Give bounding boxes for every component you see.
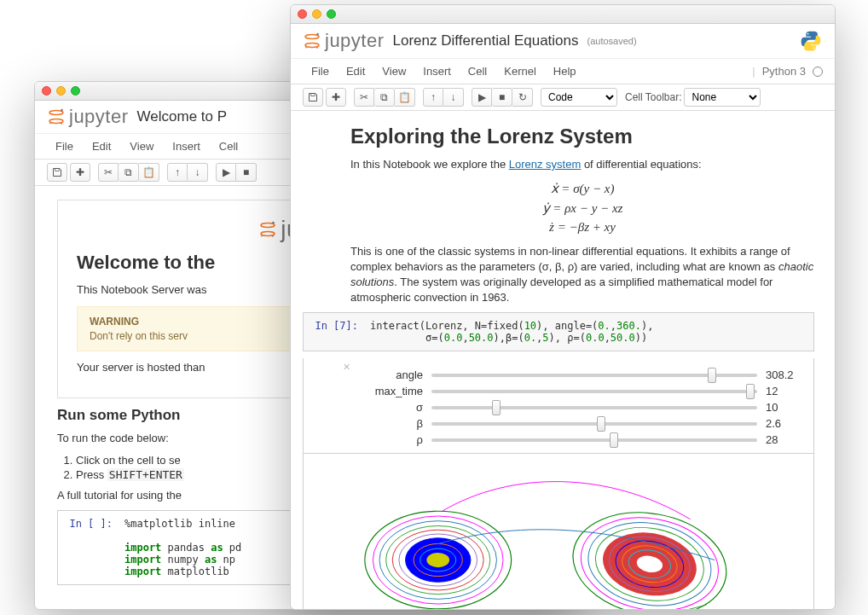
menu-insert[interactable]: Insert — [414, 62, 460, 80]
menu-file[interactable]: File — [303, 62, 338, 80]
front-code-cell[interactable]: In [7]: interact(Lorenz, N=fixed(10), an… — [303, 312, 814, 351]
restart-button[interactable]: ↻ — [512, 88, 533, 107]
back-prompt: In [ ]: — [58, 511, 118, 584]
jupyter-logo: jupyter — [47, 106, 129, 128]
slider-track[interactable] — [431, 374, 757, 377]
front-p1: In this Notebook we explore the Lorenz s… — [350, 157, 814, 172]
menu-view[interactable]: View — [373, 62, 414, 80]
svg-point-4 — [61, 123, 62, 125]
run-button[interactable]: ▶ — [472, 88, 492, 107]
paste-button[interactable]: 📋 — [395, 88, 415, 107]
kernel-indicator: | Python 3 — [752, 65, 823, 78]
copy-button[interactable]: ⧉ — [374, 88, 395, 107]
move-up-button[interactable]: ↑ — [167, 163, 188, 182]
close-icon[interactable] — [298, 9, 307, 19]
menu-kernel[interactable]: Kernel — [495, 62, 545, 80]
notebook-title-back[interactable]: Welcome to P — [137, 108, 228, 125]
jupyter-logo-text: jupyter — [69, 106, 129, 128]
celltype-select[interactable]: Code — [541, 88, 617, 107]
menubar-front: FileEditViewInsertCellKernelHelp | Pytho… — [291, 59, 835, 84]
save-button[interactable] — [47, 163, 67, 182]
svg-point-11 — [305, 35, 319, 39]
titlebar-front — [291, 5, 835, 24]
save-button[interactable] — [303, 88, 323, 107]
slider-row-ρ: ρ28 — [363, 433, 803, 446]
cut-button[interactable]: ✂ — [354, 88, 374, 107]
slider-label: β — [363, 417, 423, 430]
svg-point-28 — [426, 553, 449, 567]
move-up-button[interactable]: ↑ — [423, 88, 443, 107]
svg-point-14 — [305, 47, 307, 49]
svg-point-2 — [61, 109, 63, 112]
maximize-icon[interactable] — [327, 9, 336, 19]
slider-track[interactable] — [431, 438, 757, 442]
widgets-output: ✕ angle308.2max_time12σ10β2.6ρ28 — [303, 358, 814, 454]
close-output-icon[interactable]: ✕ — [343, 362, 350, 373]
cut-button[interactable]: ✂ — [98, 163, 119, 182]
close-icon[interactable] — [42, 86, 51, 96]
kernel-name: Python 3 — [762, 65, 806, 78]
slider-track[interactable] — [431, 406, 757, 409]
slider-track[interactable] — [431, 422, 757, 426]
svg-point-9 — [261, 235, 263, 237]
slider-label: σ — [363, 401, 423, 414]
svg-point-16 — [807, 33, 809, 35]
menu-edit[interactable]: Edit — [84, 137, 119, 155]
svg-point-15 — [316, 47, 318, 49]
move-down-button[interactable]: ↓ — [188, 163, 208, 182]
slider-row-σ: σ10 — [363, 401, 803, 414]
slider-row-β: β2.6 — [363, 417, 803, 430]
front-code-body[interactable]: interact(Lorenz, N=fixed(10), angle=(0.,… — [363, 313, 813, 351]
slider-value: 308.2 — [766, 368, 803, 381]
slider-value: 10 — [766, 401, 803, 414]
add-cell-button[interactable]: ✚ — [326, 88, 346, 107]
slider-handle[interactable] — [708, 368, 716, 383]
kernel-status-icon — [813, 67, 823, 77]
jupyter-header-front: jupyter Lorenz Differential Equations (a… — [291, 24, 835, 59]
menu-edit[interactable]: Edit — [338, 62, 373, 80]
menu-help[interactable]: Help — [545, 62, 585, 80]
add-cell-button[interactable]: ✚ — [70, 163, 90, 182]
content-front: Exploring the Lorenz System In this Note… — [291, 111, 835, 610]
svg-point-10 — [272, 235, 274, 237]
minimize-icon[interactable] — [312, 9, 321, 19]
svg-point-0 — [49, 111, 63, 115]
lorenz-link[interactable]: Lorenz system — [509, 158, 582, 171]
jupyter-icon — [47, 107, 66, 126]
run-button[interactable]: ▶ — [216, 163, 236, 182]
slider-value: 28 — [766, 433, 803, 446]
maximize-icon[interactable] — [71, 86, 80, 96]
python-icon — [799, 29, 823, 53]
move-down-button[interactable]: ↓ — [443, 88, 464, 107]
slider-track[interactable] — [431, 390, 757, 393]
cell-toolbar-select[interactable]: None — [684, 88, 761, 107]
cell-toolbar-label: Cell Toolbar: — [625, 91, 681, 103]
slider-handle[interactable] — [746, 384, 755, 399]
svg-point-6 — [261, 223, 275, 228]
stop-button[interactable]: ■ — [236, 163, 257, 182]
menu-file[interactable]: File — [47, 137, 82, 155]
menu-cell[interactable]: Cell — [460, 62, 495, 80]
menu-view[interactable]: View — [121, 137, 162, 155]
slider-row-max_time: max_time12 — [363, 385, 803, 397]
jupyter-logo-text: jupyter — [325, 30, 385, 52]
toolbar-front: ✚ ✂ ⧉ 📋 ↑ ↓ ▶ ■ ↻ Code Cell Toolbar: Non… — [291, 84, 835, 111]
autosaved-label: (autosaved) — [587, 36, 637, 46]
svg-point-17 — [813, 47, 815, 49]
minimize-icon[interactable] — [56, 86, 66, 96]
jupyter-logo: jupyter — [303, 30, 385, 52]
lorenz-plot — [303, 454, 814, 610]
svg-point-7 — [261, 232, 275, 236]
copy-button[interactable]: ⧉ — [119, 163, 139, 182]
paste-button[interactable]: 📋 — [139, 163, 159, 182]
menu-cell[interactable]: Cell — [211, 137, 246, 155]
slider-handle[interactable] — [492, 400, 501, 415]
slider-value: 2.6 — [766, 417, 803, 430]
notebook-title-front[interactable]: Lorenz Differential Equations — [393, 32, 579, 49]
menu-insert[interactable]: Insert — [164, 137, 209, 155]
slider-handle[interactable] — [610, 432, 618, 448]
svg-point-8 — [272, 222, 275, 224]
stop-button[interactable]: ■ — [492, 88, 512, 107]
slider-label: max_time — [363, 385, 423, 397]
slider-handle[interactable] — [597, 416, 605, 432]
